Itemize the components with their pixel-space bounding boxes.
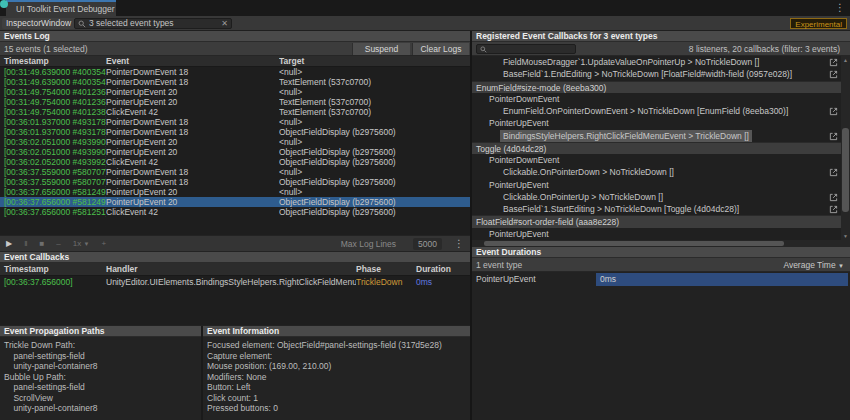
events-log-header: Events Log [0, 31, 470, 42]
horizontal-scrollbar[interactable] [472, 240, 850, 247]
propagation-line: unity-panel-container8 [4, 361, 201, 372]
event-log-row[interactable]: [00:36:02.052000 #493992]ClickEvent 42Ob… [0, 157, 470, 167]
event-propagation-paths-header: Event Propagation Paths [0, 326, 201, 337]
col-event[interactable]: Event [106, 56, 279, 66]
col-duration[interactable]: Duration [416, 263, 470, 275]
col-handler[interactable]: Handler [106, 263, 356, 275]
sort-mode-dropdown[interactable]: Average Time ▼ [783, 258, 844, 273]
chevron-down-icon: ▼ [83, 241, 89, 247]
event-propagation-paths-body: Trickle Down Path: panel-settings-field … [0, 337, 201, 420]
max-log-lines-input[interactable]: 5000 [413, 238, 442, 250]
col-phase[interactable]: Phase [356, 263, 416, 275]
col-timestamp[interactable]: Timestamp [0, 56, 106, 66]
event-callbacks-column-headers: Timestamp Handler Phase Duration [0, 263, 470, 276]
search-icon [480, 46, 487, 53]
callback-row[interactable]: FieldMouseDragger`1.UpdateValueOnPointer… [472, 56, 850, 68]
event-type-count: 1 event type [476, 260, 522, 270]
event-type-row[interactable]: PointerUpEvent [472, 228, 850, 240]
max-log-lines-label: Max Log Lines [341, 239, 396, 249]
tab-ui-toolkit-event-debugger[interactable]: UI Toolkit Event Debugger [6, 0, 116, 16]
element-group-row[interactable]: Toggle (4d04dc28) [472, 142, 850, 154]
element-group-row[interactable]: FloatField#sort-order-field (aaa8e228) [472, 215, 850, 227]
info-line: Focused element: ObjectField#panel-setti… [207, 340, 470, 351]
speed-increase-button[interactable]: + [101, 239, 106, 248]
callback-row[interactable]: BaseField`1.EndEditing > NoTrickleDown [… [472, 68, 850, 80]
event-debugger-window: UI Toolkit Event Debugger ⋮ InspectorWin… [0, 0, 850, 420]
event-log-row[interactable]: [00:36:37.656000 #581251]ClickEvent 42Ob… [0, 207, 470, 217]
registered-callbacks-tree: FieldMouseDragger`1.UpdateValueOnPointer… [472, 56, 850, 240]
registered-callbacks-filter-bar: 8 listeners, 20 callbacks (filter: 3 eve… [472, 42, 850, 56]
replay-toolbar: ▶ ‖ ■ – 1x ▼ + Max Log Lines 5000 ⋮ [0, 235, 470, 252]
vertical-scrollbar[interactable]: ▲ ▼ [841, 56, 850, 240]
callback-row[interactable]: Clickable.OnPointerDown > NoTrickleDown … [472, 166, 850, 178]
experimental-badge: Experimental [790, 18, 847, 29]
event-log-row[interactable]: [00:36:01.937000 #493178]PointerDownEven… [0, 117, 470, 127]
log-options-menu-icon[interactable]: ⋮ [454, 238, 464, 249]
tab-bar: UI Toolkit Event Debugger ⋮ [0, 0, 850, 16]
event-log-row[interactable]: [00:36:37.656000 #581249]PointerUpEvent … [0, 187, 470, 197]
duration-row[interactable]: PointerUpEvent 0ms [472, 272, 850, 287]
event-log-row[interactable]: [00:36:01.937000 #493178]PointerDownEven… [0, 127, 470, 137]
open-source-icon[interactable] [829, 70, 838, 79]
open-source-icon[interactable] [829, 58, 838, 67]
scrollbar-thumb[interactable] [484, 241, 784, 246]
open-source-icon[interactable] [829, 193, 838, 202]
durations-empty-area [472, 287, 850, 420]
event-type-row[interactable]: PointerUpEvent [472, 117, 850, 129]
events-log-status-bar: 15 events (1 selected) Suspend Clear Log… [0, 42, 470, 56]
event-log-row[interactable]: [00:36:02.051000 #493990]PointerUpEvent … [0, 147, 470, 157]
open-source-icon[interactable] [829, 107, 838, 116]
event-callbacks-empty-area [0, 288, 470, 325]
event-log-row[interactable]: [00:31:49.639000 #400354]PointerDownEven… [0, 67, 470, 77]
event-type-row[interactable]: PointerDownEvent [472, 154, 850, 166]
panel-picker-dropdown[interactable]: InspectorWindow▼ [2, 18, 84, 29]
open-source-icon[interactable] [829, 205, 838, 214]
event-log-row[interactable]: [00:31:49.639000 #400354]PointerDownEven… [0, 77, 470, 87]
propagation-line: unity-panel-container8 [4, 403, 201, 414]
event-log-row[interactable]: [00:36:02.051000 #493990]PointerUpEvent … [0, 137, 470, 147]
playback-speed-dropdown[interactable]: 1x ▼ [73, 239, 90, 248]
pause-button[interactable]: ‖ [24, 239, 27, 248]
open-source-icon[interactable] [829, 168, 838, 177]
callbacks-search-input[interactable] [476, 44, 576, 54]
callback-row[interactable]: EnumField.OnPointerDownEvent > NoTrickle… [472, 105, 850, 117]
element-group-row[interactable]: EnumField#size-mode (8eeba300) [472, 81, 850, 93]
clear-search-icon[interactable]: ✕ [221, 19, 228, 28]
event-information-body: Focused element: ObjectField#panel-setti… [203, 337, 470, 420]
suspend-button[interactable]: Suspend [352, 43, 410, 55]
debugger-toolbar: InspectorWindow▼ 3 selected event types … [0, 16, 850, 31]
duration-bar: 0ms [596, 273, 848, 286]
propagation-line: Trickle Down Path: [4, 340, 201, 351]
event-type-row[interactable]: PointerUpEvent [472, 179, 850, 191]
events-count: 15 events (1 selected) [4, 44, 88, 54]
scroll-down-icon[interactable]: ▼ [842, 233, 849, 239]
clear-logs-button[interactable]: Clear Logs [412, 43, 469, 55]
stop-button[interactable]: ■ [39, 239, 44, 248]
event-type-row[interactable]: PointerDownEvent [472, 93, 850, 105]
scrollbar-thumb[interactable] [842, 128, 849, 212]
col-timestamp[interactable]: Timestamp [0, 263, 106, 275]
event-callback-row[interactable]: [00:36:37.656000] UnityEditor.UIElements… [0, 276, 470, 288]
play-button[interactable]: ▶ [6, 239, 12, 248]
event-log-row[interactable]: [00:31:49.754000 #401236]PointerUpEvent … [0, 97, 470, 107]
event-log-row-selected[interactable]: [00:36:37.656000 #581249]PointerUpEvent … [0, 197, 470, 207]
col-target[interactable]: Target [279, 56, 470, 66]
event-durations-filter-bar: 1 event type Average Time ▼ [472, 258, 850, 272]
propagation-line: panel-settings-field [4, 382, 201, 393]
callback-row-selected[interactable]: BindingsStyleHelpers.RightClickFieldMenu… [472, 130, 850, 142]
callback-row[interactable]: Clickable.OnPointerUp > NoTrickleDown [] [472, 191, 850, 203]
event-log-row[interactable]: [00:36:37.559000 #580707]PointerDownEven… [0, 177, 470, 187]
window-menu-icon[interactable]: ⋮ [835, 1, 845, 15]
speed-decrease-button[interactable]: – [56, 239, 60, 248]
open-source-icon[interactable] [829, 132, 838, 141]
event-log-row[interactable]: [00:31:49.754000 #401236]PointerUpEvent … [0, 87, 470, 97]
event-log-row[interactable]: [00:31:49.754000 #401238]ClickEvent 42Te… [0, 107, 470, 117]
info-line: Pressed buttons: 0 [207, 403, 470, 414]
event-log-row[interactable]: [00:36:37.559000 #580707]PointerDownEven… [0, 167, 470, 177]
scroll-up-icon[interactable]: ▲ [842, 57, 849, 63]
callback-row[interactable]: BaseField`1.StartEditing > NoTrickleDown… [472, 203, 850, 215]
event-type-filter-value: 3 selected event types [89, 19, 174, 28]
propagation-line: Bubble Up Path: [4, 372, 201, 383]
event-type-filter-input[interactable]: 3 selected event types ✕ [74, 18, 232, 29]
propagation-line: ScrollView [4, 393, 201, 404]
